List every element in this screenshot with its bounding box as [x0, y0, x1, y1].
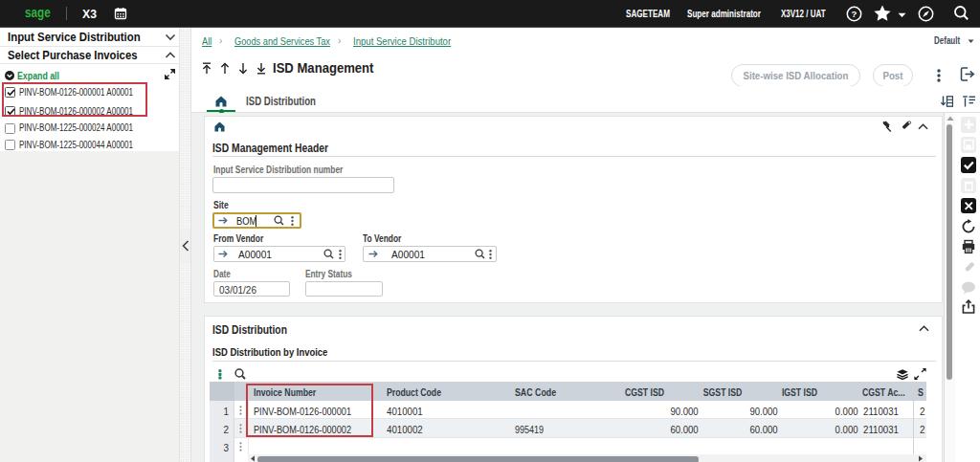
svg-text:?: ?: [852, 9, 858, 19]
